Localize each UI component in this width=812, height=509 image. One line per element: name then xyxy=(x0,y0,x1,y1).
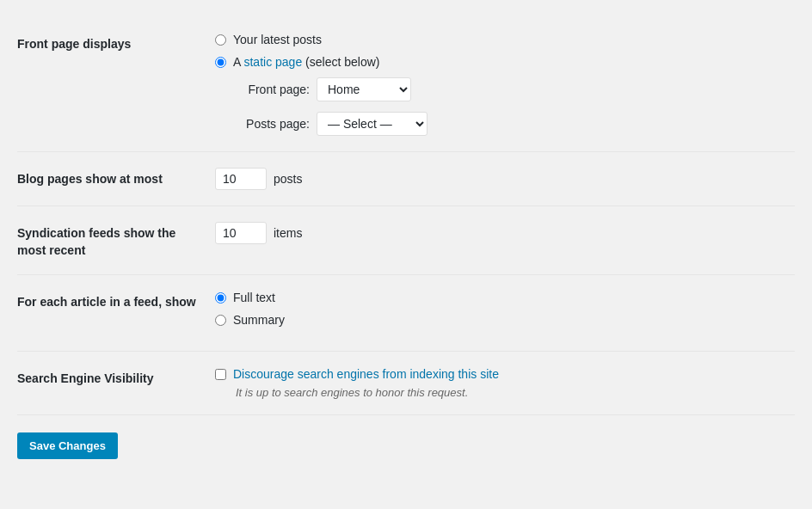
syndication-feeds-control: items xyxy=(198,222,795,244)
blog-pages-suffix: posts xyxy=(274,172,302,186)
blog-pages-input[interactable] xyxy=(215,168,267,190)
discourage-indexing-checkbox[interactable] xyxy=(215,369,226,380)
radio-summary-label[interactable]: Summary xyxy=(233,313,285,327)
save-changes-button[interactable]: Save Changes xyxy=(17,432,118,459)
radio-latest-posts-option[interactable]: Your latest posts xyxy=(215,33,795,46)
front-page-select-label: Front page: xyxy=(232,83,310,96)
front-page-select-row: Front page: Home About Contact xyxy=(232,77,795,101)
syndication-feeds-label: Syndication feeds show the most recent xyxy=(17,222,198,259)
blog-pages-control: posts xyxy=(198,168,795,190)
search-engine-label: Search Engine Visibility xyxy=(17,367,198,388)
syndication-feeds-suffix: items xyxy=(274,226,302,240)
radio-static-page[interactable] xyxy=(215,57,226,68)
static-page-suffix: (select below) xyxy=(305,55,379,69)
radio-latest-posts[interactable] xyxy=(215,34,226,46)
settings-form: Front page displays Your latest posts A … xyxy=(0,17,812,459)
radio-fulltext-option[interactable]: Full text xyxy=(215,291,795,304)
posts-page-dropdown[interactable]: — Select — Blog News xyxy=(317,112,428,136)
front-page-dropdown[interactable]: Home About Contact xyxy=(317,77,411,101)
front-page-displays-label: Front page displays xyxy=(17,33,198,53)
front-page-displays-control: Your latest posts A static page (select … xyxy=(198,33,795,136)
posts-page-select-row: Posts page: — Select — Blog News xyxy=(232,112,795,136)
posts-page-select-label: Posts page: xyxy=(232,117,310,131)
radio-fulltext-label[interactable]: Full text xyxy=(233,291,275,304)
front-page-displays-row: Front page displays Your latest posts A … xyxy=(17,17,795,152)
blog-pages-label: Blog pages show at most xyxy=(17,168,198,188)
search-engine-row: Search Engine Visibility Discourage sear… xyxy=(17,352,795,415)
syndication-feeds-row: Syndication feeds show the most recent i… xyxy=(17,206,795,275)
radio-summary[interactable] xyxy=(215,315,226,326)
feed-article-row: For each article in a feed, show Full te… xyxy=(17,275,795,352)
blog-pages-row: Blog pages show at most posts xyxy=(17,152,795,206)
syndication-feeds-input[interactable] xyxy=(215,222,267,244)
search-engine-control: Discourage search engines from indexing … xyxy=(198,367,795,399)
feed-article-control: Full text Summary xyxy=(198,291,795,335)
radio-fulltext[interactable] xyxy=(215,292,226,304)
radio-static-page-option[interactable]: A static page (select below) xyxy=(215,55,795,69)
search-engine-help-text: It is up to search engines to honor this… xyxy=(236,386,795,399)
radio-static-page-label: A static page (select below) xyxy=(233,55,379,69)
search-engine-checkbox-row[interactable]: Discourage search engines from indexing … xyxy=(215,367,795,381)
radio-summary-option[interactable]: Summary xyxy=(215,313,795,327)
feed-article-label: For each article in a feed, show xyxy=(17,291,198,311)
static-page-link[interactable]: static page xyxy=(243,55,302,69)
discourage-indexing-label[interactable]: Discourage search engines from indexing … xyxy=(233,367,499,381)
static-page-a-text: A xyxy=(233,55,241,69)
radio-latest-posts-label[interactable]: Your latest posts xyxy=(233,33,322,46)
